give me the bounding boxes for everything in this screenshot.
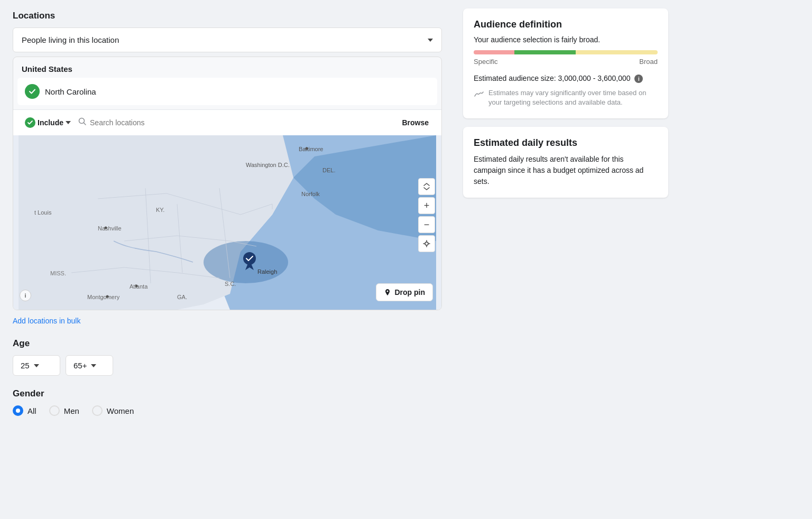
include-label: Include <box>38 118 63 127</box>
include-chevron <box>66 121 71 124</box>
location-item: North Carolina <box>17 78 437 105</box>
svg-text:Washington D.C.: Washington D.C. <box>246 162 290 168</box>
daily-results-card: Estimated daily results Estimated daily … <box>463 127 668 198</box>
map-zoom-out-button[interactable]: − <box>418 216 435 233</box>
gender-men-radio[interactable] <box>49 405 60 416</box>
country-header: United States <box>13 57 441 78</box>
svg-point-22 <box>106 295 109 298</box>
audience-note: Estimates may vary significantly over ti… <box>474 88 658 107</box>
targeting-dropdown-chevron <box>428 39 433 42</box>
add-bulk-link[interactable]: Add locations in bulk <box>13 317 80 325</box>
side-panel: Audience definition Your audience select… <box>455 0 677 519</box>
svg-point-21 <box>135 285 138 288</box>
spectrum-mid <box>514 50 576 54</box>
browse-button[interactable]: Browse <box>398 116 433 129</box>
svg-point-23 <box>425 242 428 245</box>
svg-text:MISS.: MISS. <box>50 270 66 276</box>
search-bar: Include Browse <box>13 109 441 135</box>
svg-text:t Louis: t Louis <box>34 209 52 216</box>
gender-all-radio-inner <box>16 409 20 413</box>
audience-subtitle: Your audience selection is fairly broad. <box>474 35 658 44</box>
spectrum-bar <box>474 50 658 54</box>
svg-text:Norfolk: Norfolk <box>301 191 320 197</box>
gender-all-option[interactable]: All <box>13 405 36 416</box>
drop-pin-label: Drop pin <box>394 288 425 296</box>
note-trend-icon <box>474 89 484 102</box>
gender-women-option[interactable]: Women <box>92 405 134 416</box>
age-min-dropdown[interactable]: 25 <box>13 355 60 376</box>
search-input-wrapper <box>78 117 393 128</box>
gender-all-label: All <box>27 406 36 415</box>
audience-note-text: Estimates may vary significantly over ti… <box>488 88 658 107</box>
spectrum-labels: Specific Broad <box>474 58 658 66</box>
gender-options: All Men Women <box>13 405 442 416</box>
gender-women-radio[interactable] <box>92 405 103 416</box>
location-check-icon <box>25 84 40 99</box>
gender-women-label: Women <box>107 406 134 415</box>
age-max-dropdown[interactable]: 65+ <box>66 355 113 376</box>
svg-text:KY.: KY. <box>156 207 164 213</box>
gender-all-radio[interactable] <box>13 405 23 416</box>
age-title: Age <box>13 338 442 349</box>
svg-text:S.C.: S.C. <box>225 281 236 287</box>
targeting-type-dropdown[interactable]: People living in this location <box>13 27 442 52</box>
svg-text:Raleigh: Raleigh <box>257 268 277 275</box>
results-title: Estimated daily results <box>474 137 658 149</box>
map-location-button[interactable] <box>418 235 435 252</box>
map-container: Baltimore Washington D.C. DEL. Norfolk K… <box>13 135 441 310</box>
map-expand-button[interactable] <box>418 178 435 195</box>
drop-pin-button[interactable]: Drop pin <box>376 283 433 301</box>
svg-text:DEL.: DEL. <box>322 167 335 173</box>
spectrum-specific-label: Specific <box>474 58 498 66</box>
svg-point-24 <box>387 291 389 292</box>
svg-point-20 <box>105 227 107 229</box>
gender-title: Gender <box>13 388 442 399</box>
spectrum-broad-label: Broad <box>639 58 658 66</box>
svg-text:Nashville: Nashville <box>98 225 122 231</box>
age-min-value: 25 <box>21 361 30 370</box>
audience-size: Estimated audience size: 3,000,000 - 3,6… <box>474 74 658 83</box>
include-icon <box>25 117 35 128</box>
age-max-value: 65+ <box>73 361 87 370</box>
results-text: Estimated daily results aren't available… <box>474 154 658 187</box>
svg-text:Atlanta: Atlanta <box>130 283 148 290</box>
age-dropdowns: 25 65+ <box>13 355 442 376</box>
gender-men-option[interactable]: Men <box>49 405 79 416</box>
locations-title: Locations <box>13 11 442 21</box>
spectrum-low <box>474 50 514 54</box>
search-icon <box>78 117 87 128</box>
svg-text:Montgomery: Montgomery <box>87 294 120 300</box>
svg-text:GA.: GA. <box>177 294 187 300</box>
gender-section: Gender All Men Women <box>13 388 442 416</box>
targeting-type-label: People living in this location <box>22 35 119 44</box>
spectrum-high <box>576 50 658 54</box>
svg-point-5 <box>243 252 256 265</box>
search-locations-input[interactable] <box>90 118 393 127</box>
age-section: Age 25 65+ <box>13 338 442 376</box>
age-min-chevron <box>34 364 39 367</box>
include-button[interactable]: Include <box>22 115 74 130</box>
svg-text:Baltimore: Baltimore <box>299 146 323 152</box>
map-zoom-in-button[interactable]: + <box>418 197 435 214</box>
svg-point-19 <box>306 147 308 150</box>
audience-definition-card: Audience definition Your audience select… <box>463 8 668 118</box>
map-info-button[interactable]: i <box>20 290 31 301</box>
location-container: United States North Carolina Include <box>13 57 442 310</box>
audience-title: Audience definition <box>474 19 658 30</box>
size-info-icon[interactable]: i <box>634 75 643 83</box>
gender-men-label: Men <box>64 406 79 415</box>
location-name: North Carolina <box>45 87 96 96</box>
map-controls: + − <box>418 178 435 252</box>
age-max-chevron <box>91 364 96 367</box>
